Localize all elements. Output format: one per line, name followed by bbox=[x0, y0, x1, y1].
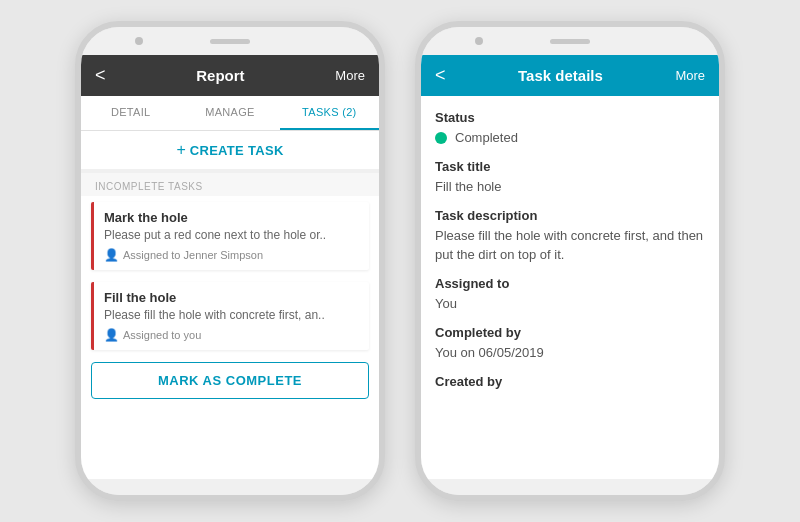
field-completed-label: Completed by bbox=[435, 325, 705, 340]
tab-detail[interactable]: DETAIL bbox=[81, 96, 180, 130]
phone-top-1 bbox=[81, 27, 379, 55]
camera-1 bbox=[135, 37, 143, 45]
field-status-label: Status bbox=[435, 110, 705, 125]
tab-manage[interactable]: MANAGE bbox=[180, 96, 279, 130]
field-created-by: Created by bbox=[435, 374, 705, 393]
field-assigned-label: Assigned to bbox=[435, 276, 705, 291]
task-2-assigned-text: Assigned to you bbox=[123, 329, 201, 341]
back-button-1[interactable]: < bbox=[95, 65, 106, 86]
field-task-description: Task description Please fill the hole wi… bbox=[435, 208, 705, 263]
status-dot bbox=[435, 132, 447, 144]
back-button-2[interactable]: < bbox=[435, 65, 446, 86]
task-details-title: Task details bbox=[518, 67, 603, 84]
field-status-value: Completed bbox=[455, 129, 518, 147]
field-task-title-value: Fill the hole bbox=[435, 178, 705, 196]
field-completed-value: You on 06/05/2019 bbox=[435, 344, 705, 362]
field-completed-by: Completed by You on 06/05/2019 bbox=[435, 325, 705, 362]
speaker-2 bbox=[550, 39, 590, 44]
screen-1: < Report More DETAIL MANAGE TASKS (2) + … bbox=[81, 55, 379, 479]
task-1-assigned: 👤 Assigned to Jenner Simpson bbox=[104, 248, 359, 262]
task-2-title: Fill the hole bbox=[104, 290, 359, 305]
task-2-assigned: 👤 Assigned to you bbox=[104, 328, 359, 342]
tab-bar: DETAIL MANAGE TASKS (2) bbox=[81, 96, 379, 131]
phone-bottom-1 bbox=[81, 479, 379, 495]
field-task-title-label: Task title bbox=[435, 159, 705, 174]
field-created-label: Created by bbox=[435, 374, 705, 389]
report-header: < Report More bbox=[81, 55, 379, 96]
section-label-incomplete: INCOMPLETE TASKS bbox=[81, 173, 379, 196]
field-task-desc-label: Task description bbox=[435, 208, 705, 223]
tasks-list: Mark the hole Please put a red cone next… bbox=[81, 196, 379, 479]
field-assigned-value: You bbox=[435, 295, 705, 313]
task-2-desc: Please fill the hole with concrete first… bbox=[104, 308, 359, 322]
task-item-2[interactable]: Fill the hole Please fill the hole with … bbox=[91, 282, 369, 350]
phone-1: < Report More DETAIL MANAGE TASKS (2) + … bbox=[75, 21, 385, 501]
screen-2: < Task details More Status Completed Tas… bbox=[421, 55, 719, 479]
person-icon-2: 👤 bbox=[104, 328, 119, 342]
status-row: Completed bbox=[435, 129, 705, 147]
create-task-label[interactable]: CREATE TASK bbox=[190, 143, 284, 158]
field-task-title: Task title Fill the hole bbox=[435, 159, 705, 196]
task-1-desc: Please put a red cone next to the hole o… bbox=[104, 228, 359, 242]
phone-bottom-2 bbox=[421, 479, 719, 495]
create-task-bar[interactable]: + CREATE TASK bbox=[81, 131, 379, 173]
task-details-more[interactable]: More bbox=[675, 68, 705, 83]
camera-2 bbox=[475, 37, 483, 45]
mark-complete-button[interactable]: MARK AS COMPLETE bbox=[91, 362, 369, 399]
task-detail-content: Status Completed Task title Fill the hol… bbox=[421, 96, 719, 479]
task-1-assigned-text: Assigned to Jenner Simpson bbox=[123, 249, 263, 261]
field-status: Status Completed bbox=[435, 110, 705, 147]
task-1-title: Mark the hole bbox=[104, 210, 359, 225]
task-details-header: < Task details More bbox=[421, 55, 719, 96]
phones-container: < Report More DETAIL MANAGE TASKS (2) + … bbox=[0, 0, 800, 522]
speaker-1 bbox=[210, 39, 250, 44]
phone-top-2 bbox=[421, 27, 719, 55]
plus-icon: + bbox=[176, 141, 185, 159]
phone-2: < Task details More Status Completed Tas… bbox=[415, 21, 725, 501]
person-icon-1: 👤 bbox=[104, 248, 119, 262]
tab-tasks[interactable]: TASKS (2) bbox=[280, 96, 379, 130]
field-assigned-to: Assigned to You bbox=[435, 276, 705, 313]
task-item-1[interactable]: Mark the hole Please put a red cone next… bbox=[91, 202, 369, 270]
report-title: Report bbox=[196, 67, 244, 84]
field-task-desc-value: Please fill the hole with concrete first… bbox=[435, 227, 705, 263]
report-more[interactable]: More bbox=[335, 68, 365, 83]
